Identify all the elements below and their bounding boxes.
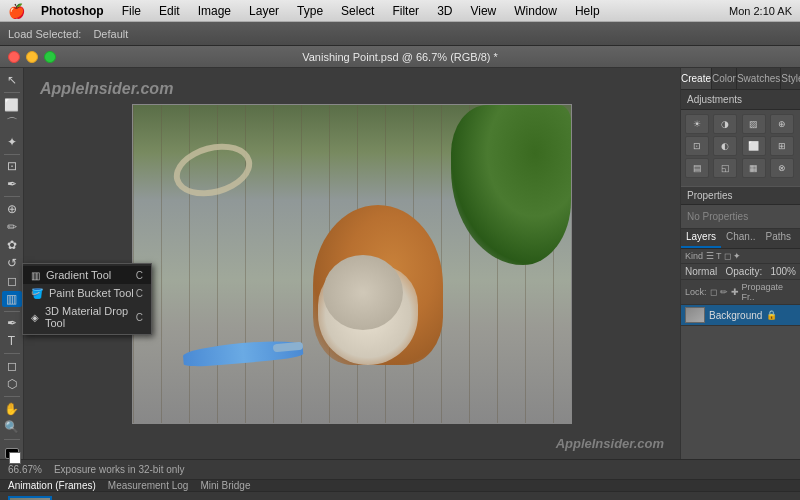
gradient-tool[interactable]: ▥ (2, 291, 22, 307)
lock-transparent[interactable]: ◻ (710, 287, 717, 297)
lock-label: Lock: (685, 287, 707, 297)
tab-channels[interactable]: Chan.. (721, 229, 760, 248)
menu-select[interactable]: Select (337, 3, 378, 19)
zoom-tool[interactable]: 🔍 (2, 419, 22, 435)
menu-file[interactable]: File (118, 3, 145, 19)
animation-content: 0 sec. ⟳ ⏮ ◀ ▶ ▶| AppleInsider.com (0, 492, 800, 500)
layer-thumbnail (685, 307, 705, 323)
tab-measurement-log[interactable]: Measurement Log (108, 480, 189, 491)
maximize-button[interactable] (44, 51, 56, 63)
main-layout: ↖ ⬜ ⌒ ✦ ⊡ ✒ ⊕ ✏ ✿ ↺ ◻ ▥ ✒ T ◻ ⬡ ✋ 🔍 ▥Gra… (0, 68, 800, 459)
zoom-level: 66.67% (8, 464, 42, 475)
adj-exposure[interactable]: ⊡ (685, 136, 709, 156)
close-button[interactable] (8, 51, 20, 63)
panel-tabs: Create Color Swatches Styles (681, 68, 800, 90)
minimize-button[interactable] (26, 51, 38, 63)
document-title: Vanishing Point.psd @ 66.7% (RGB/8) * (302, 51, 498, 63)
adj-pattern[interactable]: ▦ (742, 158, 766, 178)
clone-tool[interactable]: ✿ (2, 237, 22, 253)
magic-wand-tool[interactable]: ✦ (2, 134, 22, 150)
adj-contrast[interactable]: ◑ (713, 114, 737, 134)
properties-header: Properties (681, 186, 800, 205)
layers-lock-row: Lock: ◻ ✏ ✚ Propagate Fr.. (681, 280, 800, 305)
menu-type[interactable]: Type (293, 3, 327, 19)
lock-image[interactable]: ✏ (720, 287, 728, 297)
adj-brightness[interactable]: ☀ (685, 114, 709, 134)
adjustments-icons: ☀ ◑ ▨ ⊕ ⊡ ◐ ⬜ ⊞ ▤ ◱ ▦ ⊗ (681, 110, 800, 182)
lock-position[interactable]: ✚ (731, 287, 739, 297)
adj-vibrance[interactable]: ◐ (713, 136, 737, 156)
adj-curves[interactable]: ⊕ (770, 114, 794, 134)
menu-layer[interactable]: Layer (245, 3, 283, 19)
menu-filter[interactable]: Filter (388, 3, 423, 19)
adj-color-balance[interactable]: ⊞ (770, 136, 794, 156)
adj-gradient-map[interactable]: ▤ (685, 158, 709, 178)
brush-tool[interactable]: ✏ (2, 219, 22, 235)
menu-photoshop[interactable]: Photoshop (37, 3, 108, 19)
animation-frame-1[interactable]: 0 sec. (8, 496, 52, 500)
title-bar: Vanishing Point.psd @ 66.7% (RGB/8) * (0, 46, 800, 68)
tab-swatches[interactable]: Swatches (737, 68, 781, 89)
lasso-tool[interactable]: ⌒ (2, 115, 22, 132)
blend-mode-dropdown[interactable]: Normal (685, 266, 717, 277)
left-toolbar: ↖ ⬜ ⌒ ✦ ⊡ ✒ ⊕ ✏ ✿ ↺ ◻ ▥ ✒ T ◻ ⬡ ✋ 🔍 ▥Gra… (0, 68, 24, 459)
material-value: Default (93, 28, 128, 40)
history-tool[interactable]: ↺ (2, 255, 22, 271)
3d-tool[interactable]: ⬡ (2, 376, 22, 392)
text-tool[interactable]: T (2, 333, 22, 349)
kind-label: Kind (685, 251, 703, 261)
opacity-value[interactable]: 100% (770, 266, 796, 277)
tab-3d[interactable]: 3D (796, 229, 800, 248)
tool-separator-3 (4, 196, 20, 197)
foreground-color[interactable] (5, 448, 19, 460)
pen-tool[interactable]: ✒ (2, 316, 22, 332)
tool-separator-5 (4, 353, 20, 354)
photo-canvas[interactable] (132, 104, 572, 424)
menu-image[interactable]: Image (194, 3, 235, 19)
layers-tabs: Layers Chan.. Paths 3D (681, 229, 800, 249)
watermark-top: AppleInsider.com (40, 80, 173, 98)
spot-heal-tool[interactable]: ⊕ (2, 201, 22, 217)
menu-view[interactable]: View (466, 3, 500, 19)
adjustments-header: Adjustments (681, 90, 800, 110)
tab-layers[interactable]: Layers (681, 229, 721, 248)
menu-3d[interactable]: 3D (433, 3, 456, 19)
kind-icons: ☰T◻✦ (706, 251, 741, 261)
marquee-tool[interactable]: ⬜ (2, 97, 22, 113)
hand-tool[interactable]: ✋ (2, 401, 22, 417)
move-tool[interactable]: ↖ (2, 72, 22, 88)
watermark-bottom: AppleInsider.com (556, 436, 664, 451)
crop-tool[interactable]: ⊡ (2, 158, 22, 174)
paint-bucket-item[interactable]: 🪣Paint Bucket Tool C (23, 284, 151, 302)
eyedropper-tool[interactable]: ✒ (2, 176, 22, 192)
bucket-shortcut: C (136, 288, 143, 299)
gradient-tool-item[interactable]: ▥Gradient Tool C (23, 266, 151, 284)
menu-help[interactable]: Help (571, 3, 604, 19)
bucket-icon: 🪣 (31, 288, 43, 299)
tool-separator-1 (4, 92, 20, 93)
tab-mini-bridge[interactable]: Mini Bridge (200, 480, 250, 491)
adj-threshold[interactable]: ⊗ (770, 158, 794, 178)
apple-menu[interactable]: 🍎 (8, 3, 25, 19)
tool-separator-2 (4, 154, 20, 155)
adj-photo-filter[interactable]: ◱ (713, 158, 737, 178)
window-controls[interactable] (8, 51, 56, 63)
shape-tool[interactable]: ◻ (2, 358, 22, 374)
eraser-tool[interactable]: ◻ (2, 273, 22, 289)
adj-levels[interactable]: ▨ (742, 114, 766, 134)
tab-paths[interactable]: Paths (760, 229, 796, 248)
layer-row-background[interactable]: Background 🔒 (681, 305, 800, 326)
no-properties-label: No Properties (681, 205, 800, 228)
adj-hue[interactable]: ⬜ (742, 136, 766, 156)
tab-create[interactable]: Create (681, 68, 712, 89)
tab-animation-frames[interactable]: Animation (Frames) (8, 480, 96, 491)
3d-drop-shortcut: C (136, 312, 143, 323)
menu-window[interactable]: Window (510, 3, 561, 19)
3d-material-drop-item[interactable]: ◈3D Material Drop Tool C (23, 302, 151, 332)
opacity-label: Opacity: (725, 266, 762, 277)
clock: Mon 2:10 AK (729, 5, 792, 17)
tab-color[interactable]: Color (712, 68, 737, 89)
tab-styles[interactable]: Styles (781, 68, 800, 89)
menu-edit[interactable]: Edit (155, 3, 184, 19)
tool-separator-4 (4, 311, 20, 312)
